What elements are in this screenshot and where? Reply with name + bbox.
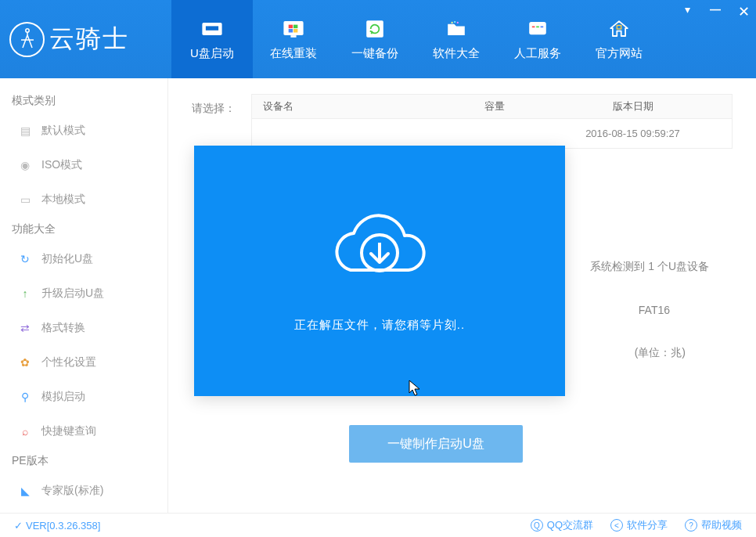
qq-icon: Q	[531, 519, 543, 532]
svg-rect-8	[290, 35, 296, 38]
footer-links: QQQ交流群 <软件分享 ?帮助视频	[531, 518, 742, 532]
nav-software[interactable]: 软件大全	[416, 0, 497, 78]
footer-share[interactable]: <软件分享	[610, 518, 668, 532]
bookmark-icon: ◣	[18, 484, 32, 498]
format-hint-text: FAT16	[639, 304, 670, 316]
app-title: 云骑士	[49, 22, 129, 56]
check-icon: ✓	[14, 520, 23, 532]
folder-icon	[442, 18, 470, 40]
close-button[interactable]: ✕	[737, 3, 750, 20]
sidebar-upgrade-usb[interactable]: ↑升级启动U盘	[8, 277, 160, 310]
sidebar-mode-default[interactable]: ▤默认模式	[8, 114, 160, 147]
refresh-icon: ↻	[18, 252, 32, 266]
home-icon	[605, 18, 633, 40]
sidebar-mode-iso[interactable]: ◉ISO模式	[8, 149, 160, 182]
nav-service[interactable]: 人工服务	[497, 0, 578, 78]
section-pe-title: PE版本	[12, 454, 156, 468]
nav-backup[interactable]: 一键备份	[334, 0, 416, 78]
svg-rect-16	[541, 26, 544, 27]
sidebar-mode-local[interactable]: ▭本地模式	[8, 183, 160, 216]
nav-usb-boot[interactable]: U盘启动	[171, 0, 253, 78]
monitor-icon: ▭	[18, 193, 32, 207]
svg-rect-5	[293, 24, 297, 27]
detected-count-text: 系统检测到 1 个U盘设备	[590, 260, 709, 274]
windows-icon	[279, 18, 308, 40]
help-icon: ?	[685, 519, 697, 532]
svg-rect-15	[536, 26, 539, 27]
section-mode-title: 模式类别	[12, 94, 156, 108]
svg-point-10	[452, 21, 453, 23]
refresh-icon	[361, 18, 389, 40]
svg-rect-17	[617, 25, 621, 29]
share-icon: <	[610, 519, 623, 532]
gear-icon: ✿	[18, 355, 32, 369]
progress-modal: 正在解压文件，请您稍等片刻..	[194, 146, 565, 396]
menu-button[interactable]: ▾	[681, 3, 693, 20]
usb-icon	[198, 18, 226, 40]
default-mode-icon: ▤	[18, 124, 32, 138]
sidebar-personalize[interactable]: ✿个性化设置	[8, 346, 160, 379]
chat-icon	[524, 18, 552, 40]
table-row[interactable]: 2016-08-15 09:59:27	[251, 119, 733, 149]
sidebar-pe-expert[interactable]: ◣专家版(标准)	[8, 474, 160, 507]
unit-hint-text: (单位：兆)	[635, 346, 686, 360]
cursor-icon	[409, 380, 423, 400]
footer-help-video[interactable]: ?帮助视频	[685, 518, 742, 532]
sidebar: 模式类别 ▤默认模式 ◉ISO模式 ▭本地模式 功能大全 ↻初始化U盘 ↑升级启…	[0, 78, 168, 513]
svg-rect-2	[206, 26, 218, 30]
section-func-title: 功能大全	[12, 222, 156, 236]
svg-rect-6	[289, 29, 293, 33]
create-boot-usb-button[interactable]: 一键制作启动U盘	[349, 425, 523, 463]
link-icon: ⚲	[18, 390, 32, 404]
device-table: 设备名 容量 版本日期 2016-08-15 09:59:27	[251, 94, 733, 149]
svg-rect-13	[529, 22, 546, 34]
cloud-download-icon	[321, 209, 438, 294]
nav-website[interactable]: 官方网站	[578, 0, 660, 78]
svg-point-11	[454, 20, 455, 22]
svg-rect-4	[289, 24, 293, 27]
footer: ✓ VER[0.3.26.358] QQQ交流群 <软件分享 ?帮助视频	[0, 513, 756, 537]
svg-rect-7	[293, 29, 297, 33]
minimize-button[interactable]: —	[709, 3, 722, 20]
table-header: 设备名 容量 版本日期	[251, 94, 733, 119]
svg-point-0	[25, 29, 28, 32]
version-label[interactable]: ✓ VER[0.3.26.358]	[14, 520, 100, 532]
logo-icon	[9, 22, 45, 57]
window-controls: ▾ — ✕	[681, 3, 750, 20]
sidebar-format-convert[interactable]: ⇄格式转换	[8, 312, 160, 344]
select-label: 请选择：	[192, 102, 236, 116]
titlebar: 云骑士 U盘启动 在线重装 一键备份 软件大全 人工服务 官方网站 ▾ — ✕	[0, 0, 756, 78]
iso-icon: ◉	[18, 158, 32, 172]
sidebar-init-usb[interactable]: ↻初始化U盘	[8, 243, 160, 276]
nav-online-reinstall[interactable]: 在线重装	[253, 0, 334, 78]
search-icon: ⌕	[18, 424, 32, 438]
modal-message: 正在解压文件，请您稍等片刻..	[294, 318, 465, 333]
sidebar-simulate-boot[interactable]: ⚲模拟启动	[8, 380, 160, 413]
footer-qq-group[interactable]: QQQ交流群	[531, 518, 593, 532]
svg-rect-9	[366, 20, 383, 38]
device-select-row: 请选择： 设备名 容量 版本日期 2016-08-15 09:59:27	[192, 94, 733, 149]
logo-area: 云骑士	[0, 22, 171, 57]
sidebar-shortcut-query[interactable]: ⌕快捷键查询	[8, 415, 160, 448]
svg-rect-14	[532, 26, 535, 27]
svg-point-12	[457, 21, 459, 23]
up-arrow-icon: ↑	[18, 287, 32, 301]
swap-icon: ⇄	[18, 321, 32, 335]
